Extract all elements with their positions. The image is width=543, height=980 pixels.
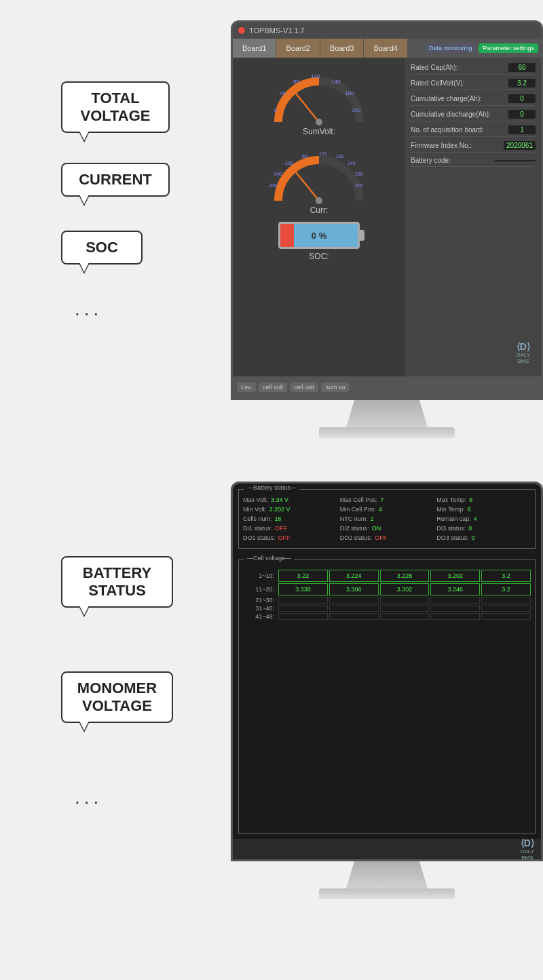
bst-do3: DO3 status: 0	[436, 534, 531, 541]
cv-cell-13: 3.302	[380, 583, 430, 595]
cv-cell-21	[278, 597, 328, 604]
cells-num-val: 16	[275, 515, 282, 522]
di2-val: ON	[372, 525, 381, 532]
cv-cell-23	[380, 597, 430, 604]
footer-btn-sumvo[interactable]: sum vo	[321, 383, 349, 392]
monitor-base-top	[319, 427, 455, 438]
cv-cell-41	[278, 613, 328, 620]
svg-text:180: 180	[345, 90, 354, 96]
di3-label: DI3 status:	[436, 525, 466, 532]
bms2-footer: ⟨D⟩ DALY BMS	[233, 839, 541, 859]
bst-max-volt: Max Volt: 3.34 V	[243, 496, 337, 503]
bubble-battery-text: BATTERY STATUS	[83, 564, 151, 599]
bubble-current-text: CURRENT	[79, 171, 152, 188]
bms-gauges: 0 40 80 120 140 180 200	[233, 58, 405, 376]
bms-app2: —Battery status— Max Volt: 3.34 V Max Ce…	[233, 484, 541, 859]
top-dots: ...	[75, 298, 102, 320]
param-firmware: Firmware Index No.: 2020061	[411, 141, 536, 153]
min-temp-val: 6	[468, 506, 471, 513]
bottom-section: BATTERY STATUS MONOMER VOLTAGE ... —Batt…	[0, 461, 543, 980]
battery-nub	[359, 230, 364, 241]
tab-parameter-settings[interactable]: Parameter settings	[479, 43, 538, 53]
max-cell-pos-label: Max Cell Pos:	[340, 496, 378, 503]
voltage-gauge-svg: 0 40 80 120 140 180 200	[265, 64, 373, 125]
cv-cell-33	[380, 605, 430, 612]
min-volt-label: Min Volt:	[243, 506, 267, 513]
current-gauge-svg: -300 -240 -180 60 120 180 240 280 300	[265, 143, 373, 204]
svg-text:240: 240	[348, 161, 356, 165]
svg-text:-240: -240	[273, 172, 282, 176]
bms-params: Rated Cap(Ah): 60 Rated CellVolt(V): 3.2…	[405, 58, 541, 376]
cv-cell-12: 3.306	[329, 583, 379, 595]
cv-label-11-20: 11~20:	[243, 583, 277, 595]
bms-app: TOPBMS-V1.1.7 Board1 Board2 Board3 Board…	[233, 22, 541, 398]
battery-code-val	[495, 160, 536, 161]
svg-text:180: 180	[336, 154, 344, 159]
do1-label: DO1 status:	[243, 534, 276, 541]
bst-remain-cap: Remain cap: 4	[436, 515, 531, 522]
min-cell-pos-val: 4	[379, 506, 382, 513]
current-gauge-label: Curr:	[310, 205, 329, 215]
min-volt-val: 3.202 V	[269, 506, 291, 513]
bst-di1: DI1 status: OFF	[243, 525, 337, 532]
param-rated-cell: Rated CellVolt(V): 3.2	[411, 79, 536, 90]
svg-line-7	[293, 90, 319, 122]
cell-voltage-grid: 1~10: 3.22 3.224 3.228 3.202 3.2 11~20: …	[243, 570, 531, 620]
cv-cell-34	[430, 605, 480, 612]
svg-text:300: 300	[355, 183, 363, 188]
cells-num-label: Cells num:	[243, 515, 272, 522]
do2-val: OFF	[375, 534, 387, 541]
tab-board3[interactable]: Board3	[320, 39, 364, 58]
cv-cell-15: 3.2	[481, 583, 531, 595]
tab-board4[interactable]: Board4	[364, 39, 407, 58]
cv-cell-35	[481, 605, 531, 612]
cv-cell-14: 3.246	[430, 583, 480, 595]
soc-label: SOC:	[309, 252, 329, 261]
rated-cell-label: Rated CellVolt(V):	[411, 79, 464, 87]
di3-val: 0	[468, 525, 472, 532]
battery-status-title: —Battery status—	[244, 484, 299, 491]
cv-label-21-30: 21~30:	[243, 597, 277, 604]
battery-container: 0 % SOC:	[278, 222, 360, 261]
bst-min-volt: Min Volt: 3.202 V	[243, 506, 337, 513]
cum-discharge-label: Cumulative discharge(Ah):	[411, 111, 491, 118]
bst-ntc-num: NTC num: 2	[340, 515, 434, 522]
tab-data-monitoring[interactable]: Data monitoring	[425, 43, 476, 53]
svg-text:140: 140	[331, 79, 341, 85]
footer-btn-lev[interactable]: Lev.	[237, 383, 256, 392]
bottom-dots: ...	[75, 787, 102, 808]
cell-voltage-title: —Cell voltage—	[244, 555, 294, 562]
max-temp-label: Max Temp:	[436, 496, 466, 503]
tab-board1[interactable]: Board1	[233, 39, 276, 58]
cv-label-41-48: 41~48:	[243, 613, 277, 620]
do3-label: DO3 status:	[436, 534, 469, 541]
rated-cap-label: Rated Cap(Ah):	[411, 64, 457, 71]
tab-board2[interactable]: Board2	[276, 39, 320, 58]
cum-charge-val: 0	[508, 94, 536, 103]
remain-cap-label: Remain cap:	[436, 515, 471, 522]
footer-btn-cell2[interactable]: cell volt	[290, 383, 318, 392]
bst-cells-num: Cells num: 16	[243, 515, 337, 522]
monitor-frame-bottom: —Battery status— Max Volt: 3.34 V Max Ce…	[231, 482, 543, 861]
bubble-battery-status: BATTERY STATUS	[61, 556, 173, 608]
rated-cap-val: 60	[508, 63, 536, 72]
firmware-val: 2020061	[504, 141, 536, 150]
bms-footer: Lev. cell volt cell volt sum vo	[233, 376, 541, 398]
bubble-current: CURRENT	[61, 163, 170, 197]
monitor-top: TOPBMS-V1.1.7 Board1 Board2 Board3 Board…	[231, 20, 543, 441]
param-acq-board: No. of acquisition board: 1	[411, 125, 536, 137]
battery-bar: 0 %	[278, 222, 360, 249]
footer-btn-cell1[interactable]: cell volt	[259, 383, 287, 392]
param-battery-code: Battery code:	[411, 157, 536, 167]
cv-cell-31	[278, 605, 328, 612]
max-volt-label: Max Volt:	[243, 496, 268, 503]
svg-text:-180: -180	[284, 161, 293, 165]
cv-label-1-10: 1~10:	[243, 570, 277, 582]
acq-board-val: 1	[508, 125, 536, 134]
cv-cell-43	[380, 613, 430, 620]
bubble-total-voltage-text: TOTAL VOLTAGE	[80, 90, 150, 124]
cum-discharge-val: 0	[508, 110, 536, 119]
di2-label: DI2 status:	[340, 525, 369, 532]
cv-cell-5: 3.2	[481, 570, 531, 582]
monitor-stand-top	[346, 400, 428, 427]
